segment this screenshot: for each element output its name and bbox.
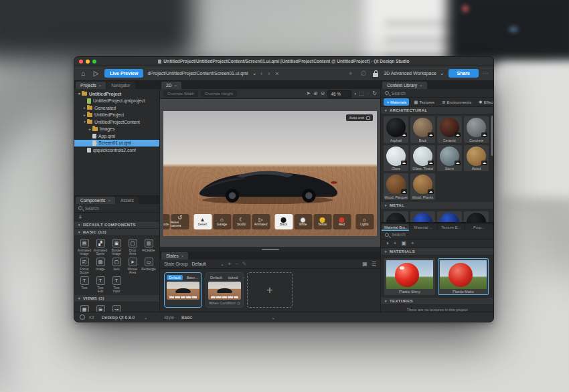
- scene-viewport[interactable]: Auto exit: [163, 111, 377, 236]
- remove-state-group-icon[interactable]: −: [235, 261, 238, 267]
- component-item[interactable]: ▥Flickable: [141, 237, 157, 256]
- category-environments[interactable]: ⊕Environments: [439, 98, 474, 106]
- component-item[interactable]: TText Edit: [92, 275, 108, 294]
- tab-projects[interactable]: Projects×: [76, 82, 106, 89]
- tab-prop-[interactable]: Prop...: [465, 224, 493, 231]
- override-height-field[interactable]: Override Height: [201, 90, 237, 97]
- download-icon[interactable]: ☁: [428, 132, 434, 137]
- section-basic[interactable]: ▾ BASIC (13): [74, 229, 159, 236]
- viewport-button-reset-camera[interactable]: ↺Reset camera: [171, 214, 189, 229]
- material-card[interactable]: [410, 211, 435, 222]
- component-item[interactable]: ▢Drop Area: [125, 237, 141, 256]
- no-edit-icon[interactable]: ∅: [359, 70, 368, 77]
- download-icon[interactable]: ☁: [455, 132, 461, 137]
- viewport-button-white[interactable]: White: [294, 214, 312, 229]
- tree-caret-icon[interactable]: ▾: [82, 120, 87, 124]
- viewport-button-demo-mode[interactable]: ◉Demo mode: [163, 214, 169, 229]
- component-item[interactable]: ◰Focus Scope: [76, 256, 92, 275]
- state-card[interactable]: DefaultBase...: [164, 272, 202, 308]
- close-tab-icon[interactable]: ×: [181, 254, 184, 258]
- material-browser-search[interactable]: Search: [381, 231, 493, 239]
- tab-2d[interactable]: 2D×: [161, 82, 181, 89]
- add-state-button[interactable]: +: [247, 272, 293, 308]
- 2d-canvas[interactable]: Auto exit: [160, 99, 380, 247]
- tree-item[interactable]: ▾UntitledProject: [74, 90, 159, 98]
- content-library-search[interactable]: Search: [381, 89, 493, 98]
- component-item[interactable]: ▞Animated Sprite: [92, 237, 108, 256]
- state-card[interactable]: Defaultticked···When Condition◷: [206, 272, 244, 308]
- override-width-field[interactable]: Override Width: [163, 90, 198, 97]
- scrollbar[interactable]: [491, 116, 493, 156]
- material-card[interactable]: ☁Wood, Planks: [410, 173, 435, 200]
- viewport-button-red[interactable]: Red: [333, 214, 351, 229]
- download-icon[interactable]: ☁: [401, 132, 407, 137]
- viewport-button-desert[interactable]: ▲Desert: [193, 214, 212, 229]
- annotate-icon[interactable]: ⌖: [346, 70, 355, 77]
- zoom-in-icon[interactable]: ⊕: [313, 91, 318, 96]
- state-chip[interactable]: Default: [208, 275, 224, 280]
- kit-dropdown[interactable]: Desktop Qt 6.8.0 ⌄: [98, 314, 151, 320]
- material-card[interactable]: ☁Concrete: [464, 116, 489, 143]
- state-chip[interactable]: Default: [167, 275, 183, 280]
- tree-caret-icon[interactable]: ▾: [77, 92, 82, 96]
- tab-assets[interactable]: Assets: [116, 197, 139, 204]
- state-thumbnail[interactable]: [208, 282, 241, 300]
- project-material-card[interactable]: Plastic Matte: [438, 258, 489, 295]
- zoom-out-icon[interactable]: ⊖: [321, 91, 325, 96]
- material-card[interactable]: ☁Wood: [464, 145, 489, 172]
- download-icon[interactable]: ☁: [401, 161, 407, 165]
- close-document-icon[interactable]: ×: [275, 70, 278, 77]
- tab-components[interactable]: Components×: [76, 197, 115, 204]
- component-item[interactable]: ▢Item: [108, 256, 125, 275]
- material-card[interactable]: ☁Ceramic: [437, 116, 462, 143]
- add-state-group-icon[interactable]: +: [228, 261, 232, 267]
- state-menu-icon[interactable]: ···: [242, 276, 246, 280]
- section-materials[interactable]: ▾ MATERIALS: [381, 248, 493, 256]
- material-card[interactable]: [384, 211, 408, 222]
- material-card[interactable]: ☁Glass: [384, 145, 408, 172]
- section-textures[interactable]: ▾ TEXTURES: [381, 298, 493, 305]
- tree-caret-icon[interactable]: ▸: [88, 127, 92, 131]
- breadcrumb-chevron-down-icon[interactable]: ⌄: [252, 70, 257, 76]
- home-icon[interactable]: ⌂: [79, 70, 88, 77]
- close-tab-icon[interactable]: ×: [99, 84, 102, 88]
- material-card[interactable]: ☁Stone: [437, 145, 462, 172]
- tree-caret-icon[interactable]: ▸: [82, 113, 87, 117]
- tab-content-library[interactable]: Content Library×: [382, 82, 427, 89]
- material-card[interactable]: ☁Brick: [410, 116, 435, 143]
- category-materials[interactable]: ◑Materials: [384, 98, 409, 106]
- component-item[interactable]: ▣Border Image: [108, 237, 125, 256]
- material-card[interactable]: [437, 211, 462, 222]
- tab-material-bro-[interactable]: Material Bro... ×: [382, 224, 409, 231]
- reset-view-icon[interactable]: ↻: [372, 91, 377, 96]
- viewport-button-studio[interactable]: ☾Studio: [232, 214, 250, 229]
- tab-states[interactable]: States×: [161, 252, 188, 260]
- component-item[interactable]: TText: [76, 275, 92, 294]
- material-card[interactable]: ☁Glass, Tinted: [410, 145, 435, 172]
- download-icon[interactable]: ☁: [428, 161, 434, 165]
- grid-view-icon[interactable]: ▦: [362, 261, 368, 267]
- fit-selection-icon[interactable]: ⬚: [359, 91, 364, 96]
- component-item[interactable]: ▤Animated Image: [76, 237, 92, 256]
- material-card[interactable]: ☁Asphalt: [384, 116, 408, 143]
- component-item[interactable]: ▨Image: [92, 256, 108, 275]
- more-options-icon[interactable]: ⋯: [483, 70, 489, 76]
- component-item[interactable]: ➤Mouse Area: [125, 256, 141, 275]
- section-metal[interactable]: ▾ METAL: [381, 202, 493, 209]
- tab-navigator[interactable]: Navigator: [106, 82, 135, 89]
- state-chip[interactable]: Base...: [185, 275, 200, 280]
- section-architectural[interactable]: ▾ ARCHITECTURAL: [381, 107, 493, 114]
- share-button[interactable]: Share: [449, 69, 479, 78]
- panel-resize-handle[interactable]: [160, 247, 380, 252]
- tree-caret-icon[interactable]: ▸: [82, 106, 87, 110]
- close-tab-icon[interactable]: ×: [108, 199, 110, 203]
- tab-texture-e-[interactable]: Texture E...: [438, 224, 465, 231]
- tree-item[interactable]: App.qml: [74, 132, 159, 140]
- create-material-icon[interactable]: ◑: [386, 240, 389, 246]
- state-group-dropdown[interactable]: Default ⌄: [192, 262, 224, 266]
- run-project-icon[interactable]: ▷: [92, 70, 100, 77]
- download-icon[interactable]: ☁: [401, 189, 407, 194]
- viewport-button-black[interactable]: Black: [274, 214, 293, 229]
- zoom-level-field[interactable]: 46 %: [327, 90, 351, 98]
- section-default-components[interactable]: ▾ DEFAULT COMPONENTS: [74, 221, 159, 229]
